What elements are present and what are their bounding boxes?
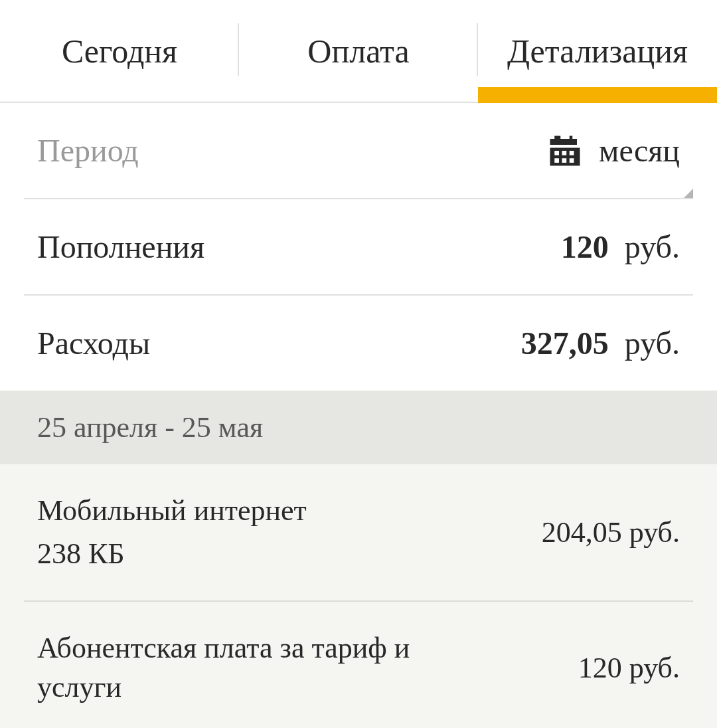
period-row[interactable]: Период месяц [24, 103, 693, 199]
list-item-subtitle: 238 КБ [37, 534, 307, 573]
expenses-amount: 327,05 [521, 325, 609, 361]
topups-amount: 120 [561, 229, 609, 264]
expenses-label: Расходы [37, 325, 150, 361]
summary-section: Период месяц Пополнения 120 руб. Расходы… [0, 103, 717, 391]
expenses-row[interactable]: Расходы 327,05 руб. [24, 296, 693, 391]
date-range-header: 25 апреля - 25 мая [0, 391, 717, 464]
tab-payment-label: Оплата [307, 32, 409, 70]
tab-details-label: Детализация [507, 32, 688, 70]
dropdown-corner-icon [684, 189, 693, 198]
list-item-title: Мобильный интернет 238 КБ [37, 491, 307, 574]
tabs: Сегодня Оплата Детализация [0, 0, 717, 103]
topups-value: 120 руб. [561, 228, 680, 265]
expenses-value: 327,05 руб. [521, 325, 680, 361]
list-item-title-text: Абонентская плата за тариф и услуги [37, 632, 410, 703]
tab-payment[interactable]: Оплата [239, 0, 478, 102]
period-value: месяц [547, 132, 680, 169]
topups-unit-text: руб. [625, 229, 680, 264]
tab-today-label: Сегодня [62, 32, 177, 70]
date-range-text: 25 апреля - 25 мая [37, 411, 263, 444]
expenses-unit-text: руб. [625, 325, 680, 361]
list-item-amount: 204,05 руб. [542, 515, 680, 549]
tab-today[interactable]: Сегодня [0, 0, 239, 102]
expense-list: Мобильный интернет 238 КБ 204,05 руб. Аб… [0, 464, 717, 728]
list-item[interactable]: Мобильный интернет 238 КБ 204,05 руб. [24, 464, 693, 602]
list-item[interactable]: Абонентская плата за тариф и услуги 120 … [24, 602, 693, 728]
calendar-icon [547, 133, 583, 169]
period-label: Период [37, 132, 139, 169]
topups-unit [617, 229, 625, 264]
list-item-title-text: Мобильный интернет [37, 494, 307, 527]
list-item-title: Абонентская плата за тариф и услуги [37, 628, 462, 707]
topups-row[interactable]: Пополнения 120 руб. [24, 199, 693, 296]
list-item-amount: 120 руб. [578, 651, 680, 685]
topups-label: Пополнения [37, 228, 204, 265]
expenses-unit [617, 325, 625, 361]
period-value-text: месяц [599, 132, 680, 169]
tab-details[interactable]: Детализация [478, 0, 717, 102]
